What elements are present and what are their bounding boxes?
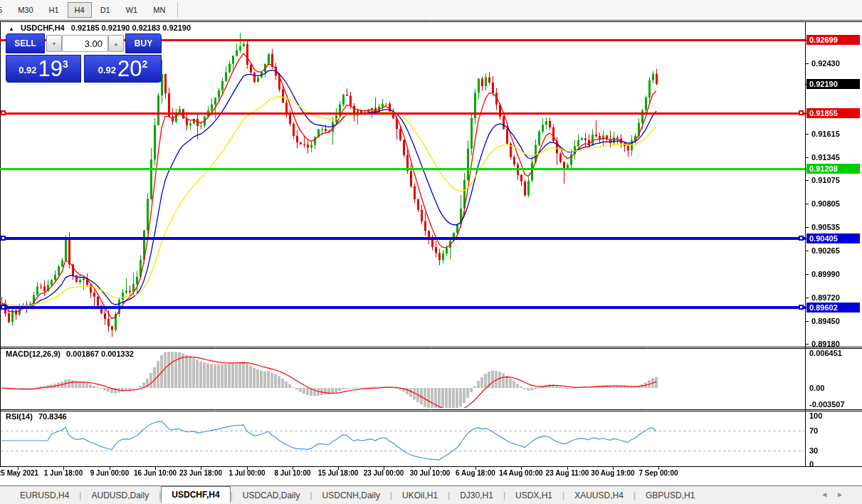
mt4-window: 5M30H1H4D1W1MN ▲ USDCHF,H4 0.92185 0.921… — [0, 0, 862, 504]
date-axis-label: 30 Jul 10:00 — [410, 469, 451, 477]
sell-price-main: 19 — [38, 60, 63, 78]
date-axis-label: 15 Jul 18:00 — [318, 469, 359, 477]
date-axis-label: 25 May 2021 — [0, 469, 38, 477]
buy-price-button[interactable]: 0.92 20 2 — [84, 55, 162, 83]
date-axis-label: 16 Jun 10:00 — [134, 469, 177, 477]
price-tick-label: 0.91075 — [811, 176, 840, 184]
date-axis-label: 1 Jun 18:00 — [44, 469, 83, 477]
macd-title: MACD(12,26,9) — [6, 350, 61, 358]
date-axis-label: 30 Aug 19:00 — [591, 469, 634, 477]
line-handle[interactable] — [799, 305, 804, 310]
line-handle[interactable] — [1, 305, 6, 310]
tab-audusd-daily[interactable]: AUDUSD,Daily — [81, 488, 159, 503]
chart-tabs-bar: EURUSD,H4|AUDUSD,Daily|USDCHF,H4|USDCAD,… — [0, 485, 862, 504]
price-badge-0.89602: 0.89602 — [806, 303, 860, 313]
timeframe-button-5[interactable]: 5 — [0, 2, 9, 18]
date-axis-label: 1 Jul 00:00 — [228, 469, 265, 477]
price-tick-label: 0.89990 — [811, 270, 840, 278]
price-tick-label: 0.90535 — [811, 223, 840, 231]
rsi-title: RSI(14) — [6, 412, 33, 421]
collapse-panel-icon[interactable]: ▲ — [9, 26, 14, 32]
tab-ukoil-h1[interactable]: UKOil,H1 — [392, 488, 448, 503]
date-axis-label: 14 Aug 00:00 — [499, 469, 542, 477]
one-click-trading-panel: SELL ▼ ▲ BUY 0.92 19 3 0.92 20 2 — [6, 33, 162, 83]
chart-symbol: USDCHF,H4 — [21, 23, 65, 32]
buy-price-prefix: 0.92 — [98, 65, 116, 75]
price-badge-0.91855: 0.91855 — [806, 108, 860, 118]
date-axis-label: 9 Jun 00:00 — [90, 469, 129, 477]
price-tick-label: 0.91615 — [811, 130, 840, 138]
volume-increase-button[interactable]: ▲ — [108, 35, 124, 52]
timeframe-button-w1[interactable]: W1 — [119, 2, 145, 18]
scroll-left-icon[interactable]: ◄ — [821, 490, 836, 498]
toolbar-separator — [177, 2, 178, 18]
rsi-axis-label: 0 — [809, 460, 814, 468]
price-tick-label: 0.92430 — [811, 59, 840, 68]
price-tick-label: 0.91345 — [811, 153, 840, 162]
rsi-axis-label: 70 — [809, 426, 818, 435]
line-handle[interactable] — [1, 236, 6, 241]
price-tick-label: 0.90805 — [811, 199, 840, 208]
tab-dj30-h1[interactable]: DJ30,H1 — [450, 488, 503, 503]
rsi-label: RSI(14) 70.8346 — [6, 412, 67, 421]
tab-usdcnh-daily[interactable]: USDCNH,Daily — [312, 488, 390, 503]
date-axis-label: 6 Aug 18:00 — [456, 469, 495, 477]
price-tick-label: 0.89180 — [811, 340, 840, 348]
buy-button[interactable]: BUY — [125, 33, 162, 53]
volume-decrease-button[interactable]: ▼ — [46, 35, 62, 52]
sell-button[interactable]: SELL — [6, 33, 45, 53]
timeframe-button-m30[interactable]: M30 — [11, 2, 40, 18]
tab-usdchf-h4[interactable]: USDCHF,H4 — [161, 486, 230, 503]
macd-label: MACD(12,26,9) 0.001867 0.001332 — [6, 350, 134, 358]
macd-axis-label: 0.006451 — [809, 349, 842, 357]
timeframe-button-h1[interactable]: H1 — [42, 2, 66, 18]
price-tick-label: 0.89720 — [811, 293, 840, 302]
macd-axis-label: 0.00 — [809, 384, 824, 392]
tab-xauusd-h4[interactable]: XAUUSD,H4 — [564, 488, 634, 503]
line-handle[interactable] — [799, 110, 804, 115]
tab-eurusd-h4[interactable]: EURUSD,H4 — [10, 488, 79, 503]
horizontal-line-0.89602[interactable] — [0, 306, 805, 309]
horizontal-line-0.91855[interactable] — [0, 112, 805, 115]
date-axis-label: 7 Sep 00:00 — [638, 469, 678, 477]
price-badge-0.92190: 0.92190 — [806, 79, 860, 89]
price-badge-0.91208: 0.91208 — [806, 164, 860, 174]
tab-usdx-h1[interactable]: USDX,H1 — [505, 488, 562, 503]
volume-input[interactable] — [62, 35, 108, 52]
price-tick-label: 0.89450 — [811, 317, 840, 325]
tab-usdcad-daily[interactable]: USDCAD,Daily — [233, 488, 310, 503]
timeframe-button-mn[interactable]: MN — [146, 2, 172, 18]
buy-price-main: 20 — [117, 60, 142, 78]
sell-price-button[interactable]: 0.92 19 3 — [6, 55, 81, 83]
date-axis-label: 23 Jul 00:00 — [364, 469, 404, 477]
date-axis-label: 8 Jul 10:00 — [274, 469, 310, 477]
price-badge-0.92699: 0.92699 — [806, 35, 860, 45]
price-tick-label: 0.90265 — [811, 246, 840, 255]
macd-values: 0.001867 0.001332 — [66, 350, 134, 358]
rsi-axis-label: 30 — [809, 446, 818, 455]
chart-ohlc: 0.92185 0.92190 0.92183 0.92190 — [71, 23, 191, 32]
sell-price-prefix: 0.92 — [19, 65, 36, 75]
rsi-axis-label: 100 — [809, 411, 822, 420]
rsi-value: 70.8346 — [38, 412, 67, 421]
date-axis-label: 23 Jun 18:00 — [179, 469, 222, 477]
horizontal-line-0.90405[interactable] — [0, 237, 805, 240]
horizontal-line-0.91208[interactable] — [0, 168, 805, 170]
date-axis-label: 23 Aug 11:00 — [546, 469, 589, 477]
chart-title-bar: ▲ USDCHF,H4 0.92185 0.92190 0.92183 0.92… — [9, 23, 191, 32]
timeframe-button-d1[interactable]: D1 — [93, 2, 117, 18]
chart-canvas[interactable] — [0, 21, 862, 483]
scroll-right-icon[interactable]: ► — [836, 490, 852, 498]
macd-axis-label: -0.003507 — [809, 400, 845, 409]
sell-price-sup: 3 — [63, 58, 68, 70]
buy-price-sup: 2 — [142, 58, 148, 70]
tab-scroll-arrows[interactable]: ◄► — [821, 490, 852, 498]
timeframe-button-h4[interactable]: H4 — [68, 2, 92, 18]
tab-gbpusd-h1[interactable]: GBPUSD,H1 — [636, 488, 705, 503]
price-badge-0.90405: 0.90405 — [806, 233, 860, 243]
timeframe-toolbar: 5M30H1H4D1W1MN — [0, 0, 862, 21]
line-handle[interactable] — [799, 236, 804, 241]
line-handle[interactable] — [1, 110, 6, 115]
